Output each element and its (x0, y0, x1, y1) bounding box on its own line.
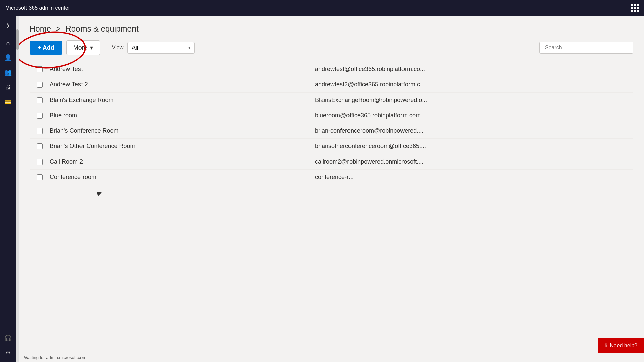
table-row[interactable]: Brian's Other Conference Room briansothe… (30, 139, 633, 154)
need-help-label: Need help? (610, 343, 637, 349)
sidebar-gear-icon[interactable]: ⚙ (1, 346, 15, 359)
table-row[interactable]: Andrew Test andrewtest@office365.robinpl… (30, 62, 633, 77)
table-area: Andrew Test andrewtest@office365.robinpl… (19, 59, 644, 353)
room-name: Blain's Exchange Room (50, 97, 315, 104)
scrollbar-thumb[interactable] (16, 29, 19, 50)
row-checkbox[interactable] (37, 174, 43, 180)
breadcrumb: Home > Rooms & equipment (19, 16, 644, 36)
room-name: Conference room (50, 174, 315, 181)
sidebar-narrow: ❯ ⌂ 👤 👥 🖨 💳 🎧 ⚙ (0, 16, 16, 362)
add-button[interactable]: + Add (30, 41, 62, 55)
sidebar-print-icon[interactable]: 🖨 (1, 80, 15, 94)
room-email: andrewtest@office365.robinplatform.co... (315, 66, 633, 73)
breadcrumb-sep: > (56, 24, 61, 33)
content-area: Home > Rooms & equipment + Add More ▾ Vi… (19, 16, 644, 362)
table-row[interactable]: Call Room 2 callroom2@robinpowered.onmic… (30, 154, 633, 170)
sidebar-home-icon[interactable]: ⌂ (1, 36, 15, 50)
room-email: brian-conferenceroom@robinpowered.... (315, 127, 633, 134)
more-label: More (73, 44, 87, 51)
breadcrumb-home[interactable]: Home (30, 24, 51, 33)
add-btn-wrapper: + Add (30, 41, 62, 55)
top-bar: Microsoft 365 admin center (0, 0, 644, 16)
row-checkbox[interactable] (37, 82, 43, 88)
room-email: BlainsExchangeRoom@robinpowered.o... (315, 97, 633, 104)
view-select-wrapper: All Rooms Equipment (127, 42, 195, 54)
breadcrumb-current: Rooms & equipment (65, 24, 138, 33)
room-name: Andrew Test (50, 66, 315, 73)
row-checkbox[interactable] (37, 66, 43, 72)
sidebar-card-icon[interactable]: 💳 (1, 95, 15, 109)
main-layout: ❯ ⌂ 👤 👥 🖨 💳 🎧 ⚙ Home > Rooms & equipment… (0, 16, 644, 362)
room-email: briansotherconferenceroom@office365.... (315, 143, 633, 150)
sidebar-expand-icon[interactable]: ❯ (1, 19, 15, 32)
room-name: Call Room 2 (50, 158, 315, 165)
table-row[interactable]: Brian's Conference Room brian-conference… (30, 123, 633, 139)
sidebar-headset-icon[interactable]: 🎧 (1, 331, 15, 345)
view-label: View (112, 45, 123, 51)
room-email: conference-r... (315, 174, 633, 181)
search-input[interactable] (539, 42, 633, 54)
table-row[interactable]: Blue room blueroom@office365.robinplatfo… (30, 108, 633, 123)
table-row[interactable]: Blain's Exchange Room BlainsExchangeRoom… (30, 93, 633, 108)
room-email: callroom2@robinpowered.onmicrosoft.... (315, 158, 633, 165)
room-email: andrewtest2@office365.robinplatform.c... (315, 81, 633, 88)
room-name: Andrew Test 2 (50, 81, 315, 88)
row-checkbox[interactable] (37, 143, 43, 149)
row-checkbox[interactable] (37, 159, 43, 165)
table-row[interactable]: Andrew Test 2 andrewtest2@office365.robi… (30, 77, 633, 93)
sidebar-users-icon[interactable]: 👥 (1, 66, 15, 79)
table-row[interactable]: Conference room conference-r... (30, 170, 633, 185)
status-text: Waiting for admin.microsoft.com (24, 355, 86, 360)
toolbar: + Add More ▾ View All Rooms Equipment (19, 36, 644, 59)
room-name: Blue room (50, 112, 315, 119)
more-button[interactable]: More ▾ (66, 40, 100, 55)
apps-grid-icon[interactable] (631, 4, 639, 12)
view-select[interactable]: All Rooms Equipment (127, 42, 195, 54)
app-title: Microsoft 365 admin center (5, 5, 70, 11)
room-name: Brian's Other Conference Room (50, 143, 315, 150)
status-bar: Waiting for admin.microsoft.com (19, 353, 644, 362)
row-checkbox[interactable] (37, 97, 43, 103)
sidebar-user-icon[interactable]: 👤 (1, 51, 15, 64)
room-name: Brian's Conference Room (50, 127, 315, 134)
row-checkbox[interactable] (37, 113, 43, 119)
need-help-icon: ℹ (605, 342, 607, 349)
room-email: blueroom@office365.robinplatform.com... (315, 112, 633, 119)
more-chevron-icon: ▾ (90, 44, 93, 51)
row-checkbox[interactable] (37, 128, 43, 134)
left-scrollbar[interactable] (16, 16, 19, 362)
need-help-button[interactable]: ℹ Need help? (598, 338, 644, 353)
